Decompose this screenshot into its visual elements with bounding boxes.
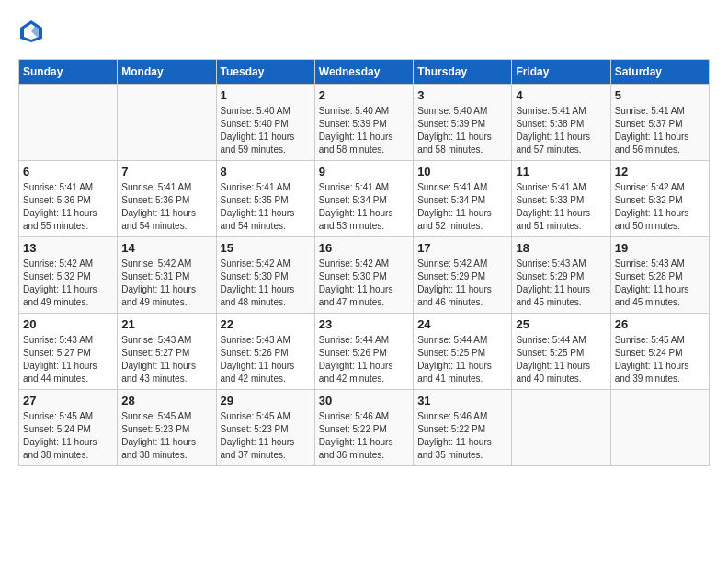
day-number: 18 (516, 241, 606, 255)
day-info: Sunrise: 5:43 AM Sunset: 5:28 PM Dayligh… (615, 258, 705, 309)
day-info: Sunrise: 5:44 AM Sunset: 5:25 PM Dayligh… (516, 334, 606, 385)
day-number: 9 (319, 165, 409, 178)
day-info: Sunrise: 5:42 AM Sunset: 5:32 PM Dayligh… (615, 181, 705, 233)
day-info: Sunrise: 5:46 AM Sunset: 5:22 PM Dayligh… (417, 410, 507, 462)
calendar-cell: 22Sunrise: 5:43 AM Sunset: 5:26 PM Dayli… (216, 314, 314, 390)
calendar-cell: 12Sunrise: 5:42 AM Sunset: 5:32 PM Dayli… (610, 161, 709, 237)
day-info: Sunrise: 5:41 AM Sunset: 5:37 PM Dayligh… (615, 105, 705, 156)
calendar-cell: 26Sunrise: 5:45 AM Sunset: 5:24 PM Dayli… (610, 314, 709, 390)
calendar-cell: 7Sunrise: 5:41 AM Sunset: 5:36 PM Daylig… (118, 161, 216, 237)
calendar-cell (19, 85, 118, 161)
day-number: 29 (221, 394, 311, 408)
week-row-3: 13Sunrise: 5:42 AM Sunset: 5:32 PM Dayli… (19, 237, 710, 314)
calendar-cell: 20Sunrise: 5:43 AM Sunset: 5:27 PM Dayli… (19, 314, 118, 390)
day-number: 10 (417, 165, 507, 178)
day-info: Sunrise: 5:45 AM Sunset: 5:24 PM Dayligh… (615, 334, 705, 385)
calendar-cell: 13Sunrise: 5:42 AM Sunset: 5:32 PM Dayli… (19, 237, 118, 314)
calendar-cell: 14Sunrise: 5:42 AM Sunset: 5:31 PM Dayli… (118, 237, 216, 314)
calendar-cell: 25Sunrise: 5:44 AM Sunset: 5:25 PM Dayli… (512, 314, 610, 390)
calendar-cell: 21Sunrise: 5:43 AM Sunset: 5:27 PM Dayli… (118, 314, 216, 390)
day-info: Sunrise: 5:41 AM Sunset: 5:34 PM Dayligh… (417, 181, 507, 233)
day-number: 13 (23, 241, 113, 255)
day-number: 19 (615, 241, 705, 255)
day-info: Sunrise: 5:41 AM Sunset: 5:38 PM Dayligh… (516, 105, 606, 156)
day-number: 26 (615, 317, 705, 331)
day-info: Sunrise: 5:41 AM Sunset: 5:36 PM Dayligh… (121, 181, 211, 233)
day-info: Sunrise: 5:42 AM Sunset: 5:32 PM Dayligh… (23, 258, 113, 309)
calendar-cell: 11Sunrise: 5:41 AM Sunset: 5:33 PM Dayli… (512, 161, 610, 237)
day-info: Sunrise: 5:42 AM Sunset: 5:31 PM Dayligh… (121, 258, 211, 309)
day-number: 3 (417, 88, 507, 102)
day-number: 2 (319, 88, 409, 102)
day-number: 4 (516, 88, 606, 102)
week-row-4: 20Sunrise: 5:43 AM Sunset: 5:27 PM Dayli… (19, 314, 710, 390)
calendar-cell: 27Sunrise: 5:45 AM Sunset: 5:24 PM Dayli… (19, 390, 118, 466)
day-number: 1 (221, 88, 311, 102)
day-info: Sunrise: 5:41 AM Sunset: 5:33 PM Dayligh… (516, 181, 606, 233)
calendar-cell: 24Sunrise: 5:44 AM Sunset: 5:25 PM Dayli… (414, 314, 512, 390)
day-info: Sunrise: 5:40 AM Sunset: 5:39 PM Dayligh… (417, 105, 507, 156)
day-number: 5 (615, 88, 705, 102)
page-header (18, 18, 710, 44)
day-header-monday: Monday (118, 60, 216, 85)
day-info: Sunrise: 5:42 AM Sunset: 5:30 PM Dayligh… (319, 258, 409, 309)
day-number: 12 (615, 165, 705, 178)
day-info: Sunrise: 5:45 AM Sunset: 5:23 PM Dayligh… (221, 410, 311, 462)
calendar-cell: 18Sunrise: 5:43 AM Sunset: 5:29 PM Dayli… (512, 237, 610, 314)
day-info: Sunrise: 5:43 AM Sunset: 5:26 PM Dayligh… (221, 334, 311, 385)
day-number: 23 (319, 317, 409, 331)
logo-icon (18, 18, 44, 44)
calendar-cell: 29Sunrise: 5:45 AM Sunset: 5:23 PM Dayli… (216, 390, 314, 466)
day-info: Sunrise: 5:43 AM Sunset: 5:27 PM Dayligh… (121, 334, 211, 385)
day-number: 31 (417, 394, 507, 408)
day-number: 14 (121, 241, 211, 255)
calendar-cell: 2Sunrise: 5:40 AM Sunset: 5:39 PM Daylig… (314, 85, 413, 161)
calendar-cell: 8Sunrise: 5:41 AM Sunset: 5:35 PM Daylig… (216, 161, 314, 237)
day-number: 28 (121, 394, 211, 408)
day-info: Sunrise: 5:45 AM Sunset: 5:24 PM Dayligh… (23, 410, 113, 462)
calendar-cell: 30Sunrise: 5:46 AM Sunset: 5:22 PM Dayli… (314, 390, 413, 466)
day-number: 8 (221, 165, 311, 178)
day-number: 11 (516, 165, 606, 178)
day-number: 16 (319, 241, 409, 255)
day-info: Sunrise: 5:43 AM Sunset: 5:29 PM Dayligh… (516, 258, 606, 309)
day-header-wednesday: Wednesday (314, 60, 413, 85)
day-number: 22 (221, 317, 311, 331)
calendar-table: SundayMondayTuesdayWednesdayThursdayFrid… (18, 59, 710, 466)
day-info: Sunrise: 5:41 AM Sunset: 5:35 PM Dayligh… (221, 181, 311, 233)
calendar-cell (512, 390, 610, 466)
day-info: Sunrise: 5:41 AM Sunset: 5:34 PM Dayligh… (319, 181, 409, 233)
logo (18, 18, 46, 44)
day-info: Sunrise: 5:44 AM Sunset: 5:25 PM Dayligh… (417, 334, 507, 385)
day-number: 20 (23, 317, 113, 331)
day-info: Sunrise: 5:40 AM Sunset: 5:40 PM Dayligh… (221, 105, 311, 156)
calendar-cell (118, 85, 216, 161)
day-info: Sunrise: 5:45 AM Sunset: 5:23 PM Dayligh… (121, 410, 211, 462)
calendar-cell (610, 390, 709, 466)
day-number: 27 (23, 394, 113, 408)
calendar-cell: 9Sunrise: 5:41 AM Sunset: 5:34 PM Daylig… (314, 161, 413, 237)
day-info: Sunrise: 5:42 AM Sunset: 5:29 PM Dayligh… (417, 258, 507, 309)
day-number: 30 (319, 394, 409, 408)
calendar-cell: 31Sunrise: 5:46 AM Sunset: 5:22 PM Dayli… (414, 390, 512, 466)
days-of-week-row: SundayMondayTuesdayWednesdayThursdayFrid… (19, 60, 710, 85)
week-row-2: 6Sunrise: 5:41 AM Sunset: 5:36 PM Daylig… (19, 161, 710, 237)
calendar-cell: 6Sunrise: 5:41 AM Sunset: 5:36 PM Daylig… (19, 161, 118, 237)
day-number: 17 (417, 241, 507, 255)
calendar-cell: 17Sunrise: 5:42 AM Sunset: 5:29 PM Dayli… (414, 237, 512, 314)
calendar-cell: 28Sunrise: 5:45 AM Sunset: 5:23 PM Dayli… (118, 390, 216, 466)
calendar-cell: 5Sunrise: 5:41 AM Sunset: 5:37 PM Daylig… (610, 85, 709, 161)
day-info: Sunrise: 5:46 AM Sunset: 5:22 PM Dayligh… (319, 410, 409, 462)
day-number: 7 (121, 165, 211, 178)
day-info: Sunrise: 5:40 AM Sunset: 5:39 PM Dayligh… (319, 105, 409, 156)
calendar-cell: 4Sunrise: 5:41 AM Sunset: 5:38 PM Daylig… (512, 85, 610, 161)
day-header-sunday: Sunday (19, 60, 118, 85)
week-row-5: 27Sunrise: 5:45 AM Sunset: 5:24 PM Dayli… (19, 390, 710, 466)
calendar-cell: 19Sunrise: 5:43 AM Sunset: 5:28 PM Dayli… (610, 237, 709, 314)
day-header-thursday: Thursday (414, 60, 512, 85)
day-header-tuesday: Tuesday (216, 60, 314, 85)
calendar-cell: 16Sunrise: 5:42 AM Sunset: 5:30 PM Dayli… (314, 237, 413, 314)
day-number: 6 (23, 165, 113, 178)
day-number: 21 (121, 317, 211, 331)
day-info: Sunrise: 5:44 AM Sunset: 5:26 PM Dayligh… (319, 334, 409, 385)
